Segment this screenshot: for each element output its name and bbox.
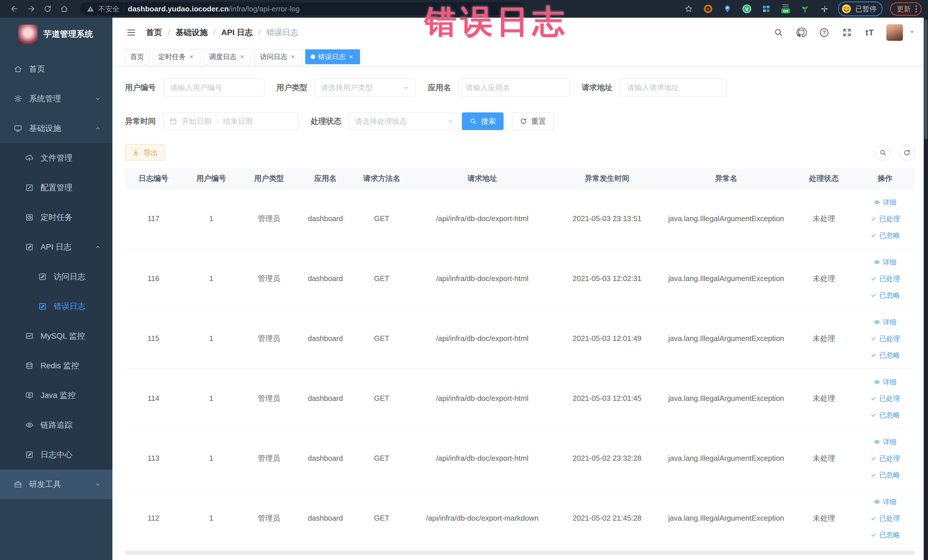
sidebar-item-error-log[interactable]: 错误日志 [0, 291, 112, 321]
row-actions: 详细已处理已忽略 [855, 497, 915, 539]
browser-update-button[interactable]: 更新 [890, 2, 922, 16]
table-cell: java.lang.IllegalArgumentException [660, 214, 792, 223]
extension-location-pin-icon[interactable] [722, 3, 733, 15]
tab-2[interactable]: 调度日志 [204, 49, 251, 64]
close-icon[interactable] [290, 53, 296, 60]
sidebar-item-system[interactable]: 系统管理 [0, 84, 112, 113]
row-actions: 详细已处理已忽略 [855, 198, 915, 240]
font-size-icon[interactable]: tT [864, 26, 876, 39]
tags-view: 首页定时任务调度日志访问日志错误日志 [112, 47, 928, 66]
upload-icon [25, 154, 34, 162]
sidebar-item-redis[interactable]: Redis 监控 [0, 351, 112, 381]
sidebar-toggle-button[interactable] [125, 26, 137, 39]
processed-link[interactable]: 已处理 [870, 514, 900, 523]
security-warning-icon [87, 5, 94, 12]
processed-link[interactable]: 已处理 [870, 274, 900, 283]
sidebar-item-file[interactable]: 文件管理 [0, 143, 112, 173]
extension-pinwheel-icon[interactable] [818, 3, 830, 15]
fullscreen-icon[interactable] [841, 26, 853, 39]
filter-row-2: 异常时间 开始日期 - 结束日期 处理状态 请选择处理状态 [125, 112, 915, 130]
detail-link[interactable]: 详细 [874, 317, 897, 327]
sidebar-item-trace[interactable]: 链路追踪 [0, 410, 112, 440]
bookmark-star-icon[interactable] [683, 3, 694, 15]
table-cell: GET [353, 334, 410, 343]
detail-link[interactable]: 详细 [874, 437, 897, 447]
ignored-link[interactable]: 已忽略 [870, 530, 900, 539]
check-icon [870, 292, 877, 298]
vertical-scrollbar[interactable] [924, 18, 928, 560]
breadcrumb-infra[interactable]: 基础设施 [176, 27, 208, 38]
request-url-input[interactable] [620, 79, 727, 96]
app-logo[interactable]: 芋道管理系统 [0, 18, 112, 51]
sidebar-item-log-center[interactable]: 日志中心 [0, 440, 112, 470]
paused-profile-badge[interactable]: 已暂停 [838, 2, 883, 16]
sidebar-item-config[interactable]: 配置管理 [0, 173, 112, 203]
browser-back-button[interactable] [6, 2, 23, 15]
browser-menu-icon[interactable] [916, 5, 917, 12]
refresh-table-button[interactable] [899, 145, 915, 160]
exception-time-range-picker[interactable]: 开始日期 - 结束日期 [163, 112, 299, 130]
table-cell: 未处理 [792, 214, 855, 224]
process-status-select[interactable]: 请选择处理状态 [349, 112, 460, 130]
github-icon[interactable] [795, 26, 807, 39]
app-name-input[interactable] [458, 79, 570, 96]
close-icon[interactable] [348, 53, 355, 60]
browser-reload-button[interactable] [40, 2, 56, 15]
view-icon [874, 439, 880, 445]
breadcrumb-home[interactable]: 首页 [146, 27, 162, 38]
tab-0[interactable]: 首页 [125, 49, 150, 64]
table-cell: 2021-05-03 23:13:51 [554, 214, 660, 223]
tab-4[interactable]: 错误日志 [305, 49, 360, 64]
row-actions: 详细已处理已忽略 [855, 317, 915, 360]
processed-link[interactable]: 已处理 [870, 394, 900, 403]
detail-link[interactable]: 详细 [874, 258, 897, 267]
ignored-link[interactable]: 已忽略 [870, 470, 900, 479]
sidebar-item-api-log[interactable]: API 日志 [0, 232, 112, 262]
close-icon[interactable] [189, 53, 195, 60]
ignored-link[interactable]: 已忽略 [870, 291, 900, 300]
address-bar[interactable]: 不安全 dashboard.yudao.iocoder.cn/infra/log… [80, 2, 525, 15]
browser-forward-button[interactable] [23, 2, 40, 15]
close-icon[interactable] [240, 53, 246, 60]
sidebar-item-dev-tool[interactable]: 研发工具 [0, 470, 112, 499]
processed-link[interactable]: 已处理 [870, 214, 900, 223]
ignored-link[interactable]: 已忽略 [870, 410, 900, 420]
extension-orange-ring-icon[interactable] [702, 3, 714, 15]
tab-3[interactable]: 访问日志 [255, 49, 302, 64]
tab-1[interactable]: 定时任务 [153, 49, 200, 64]
help-icon[interactable]: ? [818, 26, 830, 39]
ignored-link[interactable]: 已忽略 [870, 351, 900, 360]
user-id-input[interactable] [163, 79, 264, 96]
detail-link[interactable]: 详细 [874, 198, 897, 207]
user-type-select[interactable]: 请选择用户类型 [314, 79, 416, 96]
sidebar-item-infra[interactable]: 基础设施 [0, 113, 112, 143]
sidebar-item-home[interactable]: 首页 [0, 54, 112, 84]
sidebar-item-job[interactable]: 定时任务 [0, 203, 112, 232]
ignored-link[interactable]: 已忽略 [870, 231, 900, 240]
reset-button[interactable]: 重置 [512, 112, 554, 130]
search-icon[interactable] [772, 26, 785, 39]
check-icon [870, 276, 877, 282]
user-menu-caret-icon[interactable] [908, 29, 916, 37]
smiley-avatar-icon [841, 3, 852, 14]
processed-link[interactable]: 已处理 [870, 454, 900, 463]
sidebar-item-access-log[interactable]: 访问日志 [0, 262, 112, 291]
extension-sprout-icon[interactable] [799, 3, 811, 15]
browser-chrome: 不安全 dashboard.yudao.iocoder.cn/infra/log… [0, 0, 928, 18]
processed-link[interactable]: 已处理 [870, 334, 900, 343]
table-header-row: 日志编号用户编号用户类型应用名请求方法名请求地址异常发生时间异常名处理状态操作 [125, 168, 915, 189]
breadcrumb-api-log[interactable]: API 日志 [221, 27, 253, 38]
extension-v-badge-icon[interactable]: V [741, 3, 753, 15]
extension-grid-icon[interactable] [760, 3, 772, 15]
horizontal-scrollbar[interactable] [125, 551, 915, 555]
toggle-search-button[interactable] [875, 145, 891, 160]
detail-link[interactable]: 详细 [874, 497, 897, 507]
user-avatar[interactable] [886, 24, 903, 41]
search-button[interactable]: 搜索 [462, 112, 504, 130]
browser-home-button[interactable] [56, 2, 72, 15]
detail-link[interactable]: 详细 [874, 377, 897, 386]
extension-on-switch-icon[interactable]: on [780, 3, 792, 15]
export-button[interactable]: 导出 [125, 144, 165, 161]
sidebar-item-mysql[interactable]: MySQL 监控 [0, 321, 112, 351]
sidebar-item-java[interactable]: Java 监控 [0, 381, 112, 410]
